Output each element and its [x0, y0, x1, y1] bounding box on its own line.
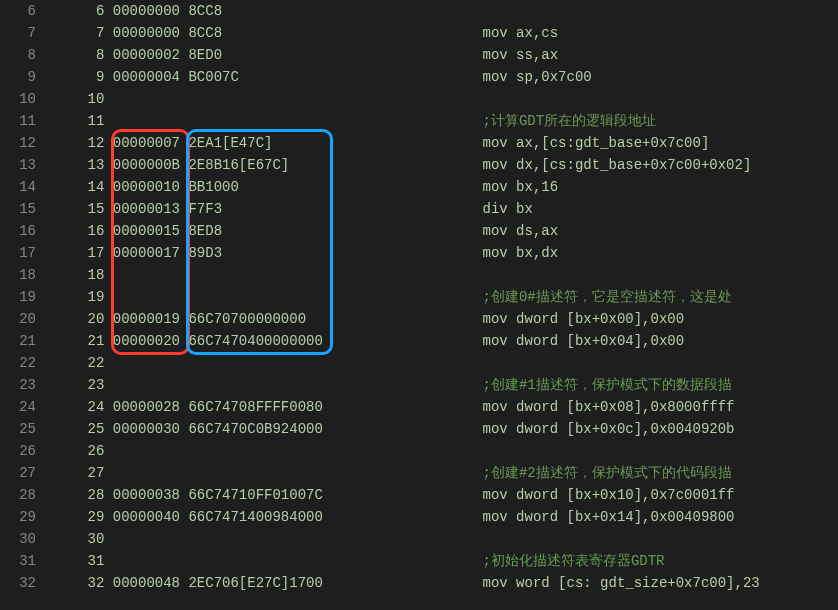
- left-column: 22: [54, 355, 482, 371]
- comment: ;创建#1描述符，保护模式下的数据段描: [482, 377, 731, 393]
- line-number: 29: [10, 506, 36, 528]
- left-column: 19: [54, 289, 482, 305]
- instruction: mov dword [bx+0x14],0x00409800: [482, 509, 734, 525]
- code-line[interactable]: 14 00000010 BB1000 mov bx,16: [54, 176, 838, 198]
- left-column: 8 00000002 8ED0: [54, 47, 482, 63]
- left-column: 23: [54, 377, 482, 393]
- left-column: 28 00000038 66C74710FF01007C: [54, 487, 482, 503]
- code-line[interactable]: 27 ;创建#2描述符，保护模式下的代码段描: [54, 462, 838, 484]
- comment: ;创建0#描述符，它是空描述符，这是处: [482, 289, 731, 305]
- line-number-gutter: 6789101112131415161718192021222324252627…: [0, 0, 54, 610]
- left-column: 21 00000020 66C7470400000000: [54, 333, 482, 349]
- code-line[interactable]: 6 00000000 8CC8: [54, 0, 838, 22]
- line-number: 21: [10, 330, 36, 352]
- line-number: 30: [10, 528, 36, 550]
- line-number: 25: [10, 418, 36, 440]
- line-number: 6: [10, 0, 36, 22]
- left-column: 20 00000019 66C70700000000: [54, 311, 482, 327]
- code-line[interactable]: 26: [54, 440, 838, 462]
- code-line[interactable]: 32 00000048 2EC706[E27C]1700 mov word [c…: [54, 572, 838, 594]
- left-column: 26: [54, 443, 482, 459]
- line-number: 28: [10, 484, 36, 506]
- instruction: mov dword [bx+0x08],0x8000ffff: [482, 399, 734, 415]
- left-column: 18: [54, 267, 482, 283]
- code-line[interactable]: 11 ;计算GDT所在的逻辑段地址: [54, 110, 838, 132]
- code-line[interactable]: 18: [54, 264, 838, 286]
- instruction: mov ss,ax: [482, 47, 558, 63]
- line-number: 9: [10, 66, 36, 88]
- code-line[interactable]: 13 0000000B 2E8B16[E67C] mov dx,[cs:gdt_…: [54, 154, 838, 176]
- code-line[interactable]: 8 00000002 8ED0 mov ss,ax: [54, 44, 838, 66]
- line-number: 7: [10, 22, 36, 44]
- instruction: mov dword [bx+0x00],0x00: [482, 311, 684, 327]
- left-column: 24 00000028 66C74708FFFF0080: [54, 399, 482, 415]
- line-number: 19: [10, 286, 36, 308]
- line-number: 17: [10, 242, 36, 264]
- left-column: 7 00000000 8CC8: [54, 25, 482, 41]
- left-column: 6 00000000 8CC8: [54, 3, 482, 19]
- comment: ;初始化描述符表寄存器GDTR: [482, 553, 664, 569]
- code-line[interactable]: 22: [54, 352, 838, 374]
- left-column: 13 0000000B 2E8B16[E67C]: [54, 157, 482, 173]
- code-line[interactable]: 29 00000040 66C7471400984000 mov dword […: [54, 506, 838, 528]
- line-number: 18: [10, 264, 36, 286]
- code-line[interactable]: 24 00000028 66C74708FFFF0080 mov dword […: [54, 396, 838, 418]
- instruction: mov dword [bx+0x10],0x7c0001ff: [482, 487, 734, 503]
- line-number: 14: [10, 176, 36, 198]
- instruction: mov bx,16: [482, 179, 558, 195]
- left-column: 29 00000040 66C7471400984000: [54, 509, 482, 525]
- code-line[interactable]: 23 ;创建#1描述符，保护模式下的数据段描: [54, 374, 838, 396]
- instruction: mov word [cs: gdt_size+0x7c00],23: [482, 575, 759, 591]
- left-column: 12 00000007 2EA1[E47C]: [54, 135, 482, 151]
- left-column: 14 00000010 BB1000: [54, 179, 482, 195]
- line-number: 23: [10, 374, 36, 396]
- line-number: 26: [10, 440, 36, 462]
- comment: ;创建#2描述符，保护模式下的代码段描: [482, 465, 731, 481]
- code-line[interactable]: 7 00000000 8CC8 mov ax,cs: [54, 22, 838, 44]
- left-column: 25 00000030 66C7470C0B924000: [54, 421, 482, 437]
- line-number: 16: [10, 220, 36, 242]
- left-column: 31: [54, 553, 482, 569]
- line-number: 15: [10, 198, 36, 220]
- code-line[interactable]: 12 00000007 2EA1[E47C] mov ax,[cs:gdt_ba…: [54, 132, 838, 154]
- left-column: 15 00000013 F7F3: [54, 201, 482, 217]
- left-column: 30: [54, 531, 482, 547]
- code-line[interactable]: 10: [54, 88, 838, 110]
- code-area[interactable]: 6 00000000 8CC8 7 00000000 8CC8 mov ax,c…: [54, 0, 838, 610]
- instruction: mov ax,[cs:gdt_base+0x7c00]: [482, 135, 709, 151]
- code-line[interactable]: 25 00000030 66C7470C0B924000 mov dword […: [54, 418, 838, 440]
- code-line[interactable]: 9 00000004 BC007C mov sp,0x7c00: [54, 66, 838, 88]
- instruction: mov dword [bx+0x0c],0x0040920b: [482, 421, 734, 437]
- line-number: 32: [10, 572, 36, 594]
- instruction: mov dx,[cs:gdt_base+0x7c00+0x02]: [482, 157, 751, 173]
- code-line[interactable]: 31 ;初始化描述符表寄存器GDTR: [54, 550, 838, 572]
- left-column: 16 00000015 8ED8: [54, 223, 482, 239]
- line-number: 27: [10, 462, 36, 484]
- line-number: 12: [10, 132, 36, 154]
- left-column: 10: [54, 91, 482, 107]
- code-line[interactable]: 15 00000013 F7F3 div bx: [54, 198, 838, 220]
- instruction: mov bx,dx: [482, 245, 558, 261]
- left-column: 27: [54, 465, 482, 481]
- instruction: mov ds,ax: [482, 223, 558, 239]
- comment: ;计算GDT所在的逻辑段地址: [482, 113, 656, 129]
- code-line[interactable]: 28 00000038 66C74710FF01007C mov dword […: [54, 484, 838, 506]
- code-line[interactable]: 17 00000017 89D3 mov bx,dx: [54, 242, 838, 264]
- code-editor[interactable]: 6789101112131415161718192021222324252627…: [0, 0, 838, 610]
- code-line[interactable]: 19 ;创建0#描述符，它是空描述符，这是处: [54, 286, 838, 308]
- line-number: 11: [10, 110, 36, 132]
- left-column: 11: [54, 113, 482, 129]
- line-number: 22: [10, 352, 36, 374]
- instruction: mov dword [bx+0x04],0x00: [482, 333, 684, 349]
- line-number: 8: [10, 44, 36, 66]
- code-line[interactable]: 16 00000015 8ED8 mov ds,ax: [54, 220, 838, 242]
- line-number: 20: [10, 308, 36, 330]
- left-column: 9 00000004 BC007C: [54, 69, 482, 85]
- code-line[interactable]: 21 00000020 66C7470400000000 mov dword […: [54, 330, 838, 352]
- line-number: 24: [10, 396, 36, 418]
- left-column: 32 00000048 2EC706[E27C]1700: [54, 575, 482, 591]
- code-line[interactable]: 30: [54, 528, 838, 550]
- code-line[interactable]: 20 00000019 66C70700000000 mov dword [bx…: [54, 308, 838, 330]
- instruction: mov ax,cs: [482, 25, 558, 41]
- instruction: mov sp,0x7c00: [482, 69, 591, 85]
